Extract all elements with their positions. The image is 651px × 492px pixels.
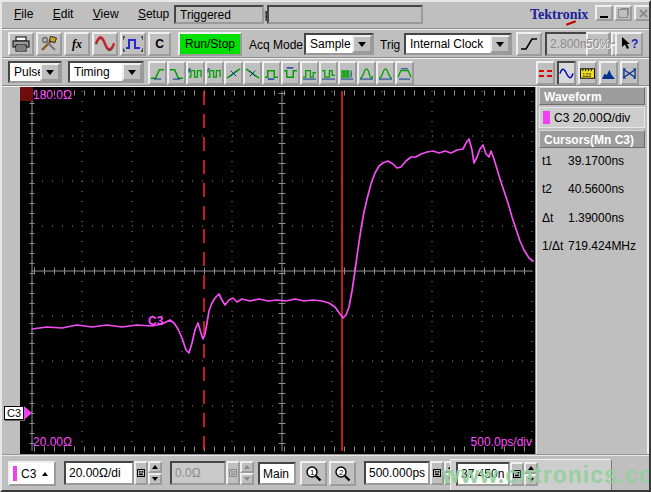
vertical-offset-keypad-button[interactable] bbox=[226, 461, 240, 485]
run-stop-button[interactable]: Run/Stop bbox=[178, 32, 242, 56]
spin-down-icon[interactable] bbox=[240, 473, 254, 485]
spin-up-icon[interactable] bbox=[148, 461, 162, 473]
maximize-button[interactable] bbox=[614, 5, 632, 21]
measure-flattop-button[interactable] bbox=[395, 61, 414, 85]
measure-neg-width-button[interactable] bbox=[281, 61, 300, 85]
measurement-mode-button[interactable]: 123 bbox=[578, 61, 597, 85]
waveform-display-button[interactable] bbox=[92, 32, 118, 56]
neg-pulse-icon bbox=[321, 67, 336, 80]
measure-rise-time-button[interactable] bbox=[148, 61, 167, 85]
vertical-offset-value: 0.0Ω bbox=[175, 466, 201, 480]
fx-icon: fx bbox=[72, 37, 82, 52]
display-mode-buttons: 123 bbox=[536, 61, 639, 85]
right-edge-strip bbox=[647, 87, 651, 454]
sine-icon bbox=[559, 67, 574, 80]
zoom1-button[interactable]: 1 bbox=[300, 461, 327, 486]
readout-panel: Waveform C3 20.00Ω/div Cursors(Mn C3) t1… bbox=[535, 87, 647, 454]
vertical-scale-field[interactable]: 20.00Ω/di bbox=[64, 461, 134, 485]
trig-source-select[interactable]: Internal Clock bbox=[404, 33, 512, 55]
trig-source-dropdown-button[interactable] bbox=[490, 35, 510, 53]
spin-up-icon[interactable] bbox=[240, 461, 254, 473]
signal-category-dropdown-button[interactable] bbox=[40, 63, 60, 81]
pulse-brackets-icon bbox=[123, 36, 143, 52]
measure-view-select[interactable]: Timing bbox=[68, 61, 144, 83]
trace-channel-label: C3 bbox=[148, 314, 163, 328]
graticule-and-trace bbox=[20, 88, 535, 453]
measure-pos-pulse-button[interactable] bbox=[300, 61, 319, 85]
function-button[interactable]: fx bbox=[64, 32, 90, 56]
waveform-entry-row[interactable]: C3 20.00Ω/div bbox=[539, 107, 645, 128]
readout-label: t1 bbox=[542, 154, 568, 168]
neg-width-icon bbox=[283, 67, 298, 80]
vertical-scale-spinner[interactable] bbox=[148, 461, 162, 485]
pos-pulse-icon bbox=[302, 67, 317, 80]
channel-color-swatch bbox=[543, 111, 550, 124]
measure-view-dropdown-button[interactable] bbox=[122, 63, 142, 81]
magnifier-1-icon: 1 bbox=[305, 465, 322, 482]
timebase-mode-box[interactable]: Main bbox=[258, 462, 296, 485]
menu-edit[interactable]: Edit bbox=[45, 5, 82, 24]
vertical-scale-keypad-button[interactable] bbox=[134, 461, 148, 485]
readout-row-dt: Δt 1.39000ns bbox=[539, 211, 647, 225]
keypad-icon bbox=[137, 469, 145, 477]
cursors-mode-button[interactable] bbox=[536, 61, 555, 85]
measure-neg-pulse-button[interactable] bbox=[319, 61, 338, 85]
menu-setup[interactable]: Setup bbox=[130, 5, 177, 24]
tools-button[interactable] bbox=[36, 32, 62, 56]
spin-down-icon[interactable] bbox=[148, 473, 162, 485]
mask-eye-icon bbox=[622, 67, 637, 80]
minimize-button[interactable] bbox=[595, 5, 613, 21]
print-button[interactable] bbox=[8, 32, 34, 56]
magnifier-2-glyph: 2 bbox=[339, 468, 344, 477]
gauss-tail-icon bbox=[359, 67, 374, 80]
oscilloscope-app-window: File Edit View Setup Utilities Help Trig… bbox=[0, 0, 651, 492]
clear-button[interactable]: C bbox=[148, 32, 171, 56]
menu-view[interactable]: View bbox=[85, 5, 127, 24]
vertical-offset-spinner[interactable] bbox=[240, 461, 254, 485]
waveform-display[interactable]: 180.0Ω 20.00Ω 500.0ps/div C3 bbox=[20, 87, 535, 454]
timebase-mode-value: Main bbox=[263, 467, 289, 481]
acq-mode-dropdown-button[interactable] bbox=[352, 35, 372, 53]
measure-fall-time-button[interactable] bbox=[167, 61, 186, 85]
signal-category-select[interactable]: Pulse bbox=[8, 61, 62, 83]
channel-select-button[interactable]: C3 bbox=[8, 461, 56, 486]
measure-period-button[interactable] bbox=[205, 61, 224, 85]
measure-burst-button[interactable] bbox=[338, 61, 357, 85]
histogram-icon bbox=[601, 67, 616, 80]
toolbar-main: fx C Run/Stop Acq Mode Sample Trig bbox=[2, 30, 649, 57]
pulse-define-button[interactable] bbox=[120, 32, 146, 56]
measure-gauss-tail-button[interactable] bbox=[357, 61, 376, 85]
trig-source-value: Internal Clock bbox=[406, 37, 490, 51]
menu-file[interactable]: File bbox=[6, 5, 41, 24]
measure-frequency-button[interactable] bbox=[186, 61, 205, 85]
histogram-mode-button[interactable] bbox=[599, 61, 618, 85]
readout-value: 1.39000ns bbox=[568, 211, 624, 225]
measurement-buttons bbox=[148, 61, 414, 85]
measure-rise-cross-button[interactable] bbox=[224, 61, 243, 85]
plot-corner-marker bbox=[20, 87, 33, 101]
popup-arrow-icon bbox=[42, 472, 48, 476]
measure-gauss-button[interactable] bbox=[376, 61, 395, 85]
horizontal-scale-field[interactable]: 500.000ps bbox=[364, 461, 430, 485]
vertical-offset-control: 0.0Ω bbox=[170, 461, 254, 485]
acq-mode-select[interactable]: Sample bbox=[304, 33, 374, 55]
zoom2-button[interactable]: 2 bbox=[329, 461, 356, 486]
trig-slope-button[interactable] bbox=[516, 32, 542, 56]
readout-row-t2: t2 40.5600ns bbox=[539, 182, 647, 196]
set-50pct-button[interactable]: 50% bbox=[586, 32, 610, 56]
readout-value: 39.1700ns bbox=[568, 154, 624, 168]
channel-color-stripe bbox=[13, 466, 17, 481]
mask-mode-button[interactable] bbox=[620, 61, 639, 85]
channel-marker[interactable]: C3 bbox=[4, 406, 32, 420]
tektronix-logo: Tektronix bbox=[530, 7, 588, 23]
waveform-mode-button[interactable] bbox=[557, 61, 576, 85]
close-button[interactable] bbox=[634, 5, 651, 21]
ruler-123-glyph: 123 bbox=[582, 71, 591, 77]
measure-fall-cross-button[interactable] bbox=[243, 61, 262, 85]
vertical-offset-field[interactable]: 0.0Ω bbox=[170, 461, 226, 485]
context-help-button[interactable]: ? bbox=[615, 32, 643, 56]
measure-pos-width-button[interactable] bbox=[262, 61, 281, 85]
ruler-123-icon: 123 bbox=[580, 67, 595, 80]
fall-edge-icon bbox=[169, 67, 184, 80]
magnifier-1-glyph: 1 bbox=[310, 468, 315, 477]
